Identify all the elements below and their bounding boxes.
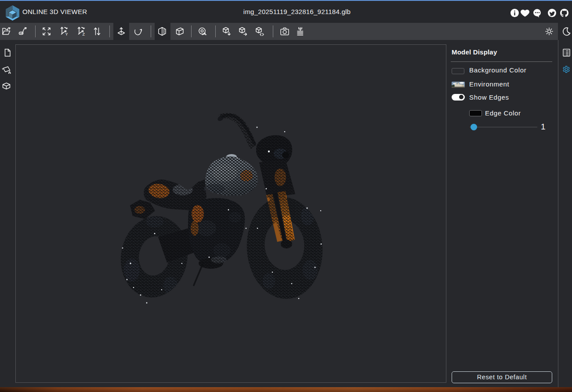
svg-text:Y: Y [65, 32, 68, 36]
svg-text:Z: Z [83, 32, 85, 36]
